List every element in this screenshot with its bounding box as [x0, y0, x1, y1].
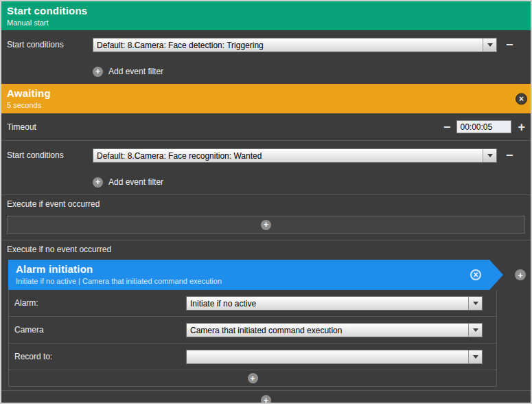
- plus-icon[interactable]: +: [248, 373, 258, 383]
- execute-if-event-label: Execute if event occurred: [1, 194, 531, 213]
- dropdown-value: Default: 8.Camera: Face recognition: Wan…: [93, 149, 483, 162]
- block-subtitle: 5 seconds: [7, 101, 525, 109]
- dropdown-value: [187, 350, 468, 363]
- plus-icon[interactable]: +: [261, 395, 271, 404]
- chevron-down-icon[interactable]: [468, 297, 482, 310]
- timeout-row: Timeout − +: [1, 113, 531, 141]
- add-action-strip[interactable]: +: [9, 370, 496, 386]
- awaiting-condition-row: Start conditions Default: 8.Camera: Face…: [1, 141, 531, 170]
- dropdown-value: Default: 8.Camera: Face detection: Trigg…: [93, 38, 483, 52]
- start-conditions-block-header[interactable]: Start conditions Manual start: [1, 1, 531, 30]
- chevron-down-icon[interactable]: [468, 324, 482, 337]
- awaiting-block-header[interactable]: Awaiting 5 seconds ×: [1, 84, 531, 113]
- decrease-timeout-button[interactable]: −: [443, 121, 451, 133]
- close-icon[interactable]: ×: [516, 93, 527, 104]
- start-condition-row: Start conditions Default: 8.Camera: Face…: [1, 30, 531, 59]
- plus-icon[interactable]: +: [93, 67, 103, 77]
- chevron-down-icon[interactable]: [468, 350, 482, 363]
- alarm-block-header[interactable]: Alarm initiation Initiate if no active |…: [8, 260, 503, 290]
- block-subtitle: Initiate if no active | Camera that init…: [16, 277, 496, 285]
- alarm-block-body: Alarm: Initiate if no active Camera Came…: [8, 290, 497, 387]
- camera-label: Camera: [14, 325, 186, 335]
- record-to-dropdown[interactable]: [186, 350, 483, 364]
- close-icon[interactable]: ×: [470, 269, 481, 280]
- block-title: Start conditions: [7, 5, 525, 16]
- add-block-strip[interactable]: +: [1, 390, 531, 404]
- timeout-input[interactable]: [456, 120, 511, 133]
- add-action-strip[interactable]: +: [7, 216, 525, 234]
- alarm-label: Alarm:: [14, 298, 186, 308]
- add-event-filter-row[interactable]: + Add event filter: [1, 170, 531, 194]
- remove-condition-button[interactable]: −: [506, 149, 513, 161]
- camera-dropdown[interactable]: Camera that initiated command execution: [186, 323, 483, 337]
- add-event-filter-label[interactable]: Add event filter: [108, 67, 163, 76]
- block-title: Awaiting: [7, 87, 525, 99]
- alarm-dropdown[interactable]: Initiate if no active: [186, 296, 483, 311]
- chevron-down-icon[interactable]: [483, 149, 496, 162]
- block-title: Alarm initiation: [16, 263, 496, 275]
- alarm-initiation-block: Alarm initiation Initiate if no active |…: [8, 260, 531, 290]
- plus-icon[interactable]: +: [93, 177, 103, 188]
- increase-timeout-button[interactable]: +: [518, 121, 525, 133]
- block-subtitle: Manual start: [7, 19, 525, 27]
- alarm-field-row: Alarm: Initiate if no active: [9, 290, 496, 317]
- timeout-label: Timeout: [7, 122, 443, 132]
- dropdown-value: Camera that initiated command execution: [187, 324, 468, 337]
- script-editor-window: Start conditions Manual start Start cond…: [0, 0, 532, 404]
- record-to-field-row: Record to:: [9, 344, 496, 370]
- camera-field-row: Camera Camera that initiated command exe…: [9, 317, 496, 344]
- dropdown-value: Initiate if no active: [187, 297, 468, 310]
- chevron-down-icon[interactable]: [483, 38, 496, 52]
- record-to-label: Record to:: [14, 352, 186, 361]
- awaiting-condition-dropdown[interactable]: Default: 8.Camera: Face recognition: Wan…: [93, 148, 497, 163]
- start-conditions-label: Start conditions: [7, 150, 93, 160]
- start-condition-dropdown[interactable]: Default: 8.Camera: Face detection: Trigg…: [93, 38, 497, 52]
- add-action-after-button[interactable]: +: [515, 269, 526, 280]
- execute-if-no-event-label: Execute if no event occurred: [1, 240, 531, 258]
- add-event-filter-row[interactable]: + Add event filter: [1, 59, 531, 84]
- plus-icon[interactable]: +: [261, 220, 271, 230]
- remove-condition-button[interactable]: −: [506, 38, 513, 51]
- add-event-filter-label[interactable]: Add event filter: [108, 177, 163, 187]
- start-conditions-label: Start conditions: [7, 40, 93, 49]
